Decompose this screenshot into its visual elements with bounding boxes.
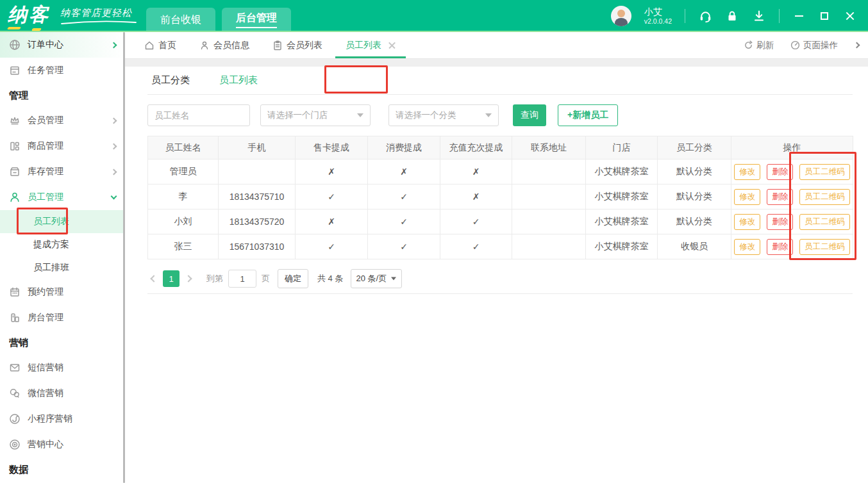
cell-address [512, 234, 586, 259]
cell-name: 李 [148, 184, 219, 209]
cell-category: 默认分类 [658, 209, 731, 234]
sidebar-item-miniprogram-marketing[interactable]: 小程序营销 [0, 406, 125, 432]
goto-page-input[interactable] [228, 270, 256, 288]
tab-member-list[interactable]: 会员列表 [272, 32, 322, 58]
page-number-button[interactable]: 1 [163, 270, 179, 287]
edit-button[interactable]: 修改 [734, 214, 760, 230]
brand-logo: 纳客 [6, 2, 54, 31]
edit-button[interactable]: 修改 [734, 164, 760, 180]
mode-switcher: 前台收银 后台管理 [146, 8, 291, 32]
cell-category: 收银员 [658, 234, 731, 259]
customer-service-icon[interactable] [698, 9, 712, 23]
calendar-icon [9, 286, 21, 298]
sidebar-subitem-staff-list[interactable]: 员工列表 [0, 210, 125, 233]
refresh-button[interactable]: 刷新 [744, 40, 774, 51]
cell-store: 小艾棋牌茶室 [586, 209, 658, 234]
sidebar-item-marketing-center[interactable]: 营销中心 [0, 432, 125, 457]
subtab-staff-category[interactable]: 员工分类 [147, 67, 194, 94]
col-header-name: 员工姓名 [148, 136, 219, 160]
staff-qrcode-button[interactable]: 员工二维码 [799, 164, 850, 180]
dropdown-arrow-icon [485, 113, 492, 117]
table-row: 管理员 ✗ ✗ ✗ 小艾棋牌茶室 默认分类 修改 删除 员工二维码 [148, 160, 853, 184]
sidebar-item-reservation-manage[interactable]: 预约管理 [0, 279, 125, 305]
cell-name: 小刘 [148, 209, 219, 234]
page-size-select[interactable]: 20 条/页 [351, 269, 402, 288]
chevron-down-icon [111, 193, 117, 200]
search-button[interactable]: 查询 [513, 104, 546, 126]
maximize-button[interactable] [818, 10, 831, 22]
subtab-bar: 员工分类 员工列表 [147, 67, 853, 95]
sidebar-item-task-manage[interactable]: 任务管理 [0, 58, 125, 83]
backend-manage-button[interactable]: 后台管理 [222, 8, 291, 32]
tab-home[interactable]: 首页 [144, 32, 176, 58]
row-actions: 修改 删除 员工二维码 [731, 189, 853, 205]
avatar-head [617, 10, 625, 17]
prev-page-icon[interactable] [150, 275, 157, 282]
delete-button[interactable]: 删除 [767, 214, 793, 230]
sidebar-item-inventory-manage[interactable]: 库存管理 [0, 159, 125, 184]
user-avatar[interactable] [611, 6, 631, 26]
staff-name-input[interactable] [147, 104, 250, 126]
cell-recharge-flag: ✗ [440, 184, 512, 209]
cell-store: 小艾棋牌茶室 [586, 184, 658, 209]
tab-member-info[interactable]: 会员信息 [199, 32, 249, 58]
staff-qrcode-button[interactable]: 员工二维码 [799, 214, 850, 230]
sidebar-item-goods-manage[interactable]: 商品管理 [0, 133, 125, 159]
store-select[interactable]: 请选择一个门店 [260, 104, 371, 126]
staff-qrcode-button[interactable]: 员工二维码 [799, 239, 850, 255]
row-actions: 修改 删除 员工二维码 [731, 164, 853, 180]
sidebar-subitem-staff-schedule[interactable]: 员工排班 [0, 256, 125, 279]
tasks-icon [9, 65, 21, 76]
cell-category: 默认分类 [658, 184, 731, 209]
download-icon[interactable] [752, 9, 766, 23]
add-staff-button[interactable]: +新增员工 [558, 104, 618, 126]
top-header-bar: 纳客 纳客管店更轻松 前台收银 后台管理 [0, 0, 868, 32]
user-info: 小艾 v2.0.0.42 [644, 6, 672, 26]
close-tab-icon[interactable] [388, 42, 396, 49]
chevron-right-icon [111, 117, 117, 124]
page-operations-button[interactable]: 页面操作 [790, 40, 838, 51]
expand-right-icon[interactable] [854, 42, 860, 49]
sidebar-subitem-commission-plan[interactable]: 提成方案 [0, 233, 125, 256]
divider [779, 9, 780, 23]
sidebar-item-staff-manage[interactable]: 员工管理 [0, 184, 125, 210]
sidebar-section-marketing: 营销 [0, 331, 125, 355]
cell-sell-card-flag: ✓ [296, 184, 368, 209]
minimize-button[interactable] [792, 10, 805, 22]
col-header-consume: 消费提成 [368, 136, 440, 160]
col-header-recharge: 充值充次提成 [440, 136, 512, 160]
delete-button[interactable]: 删除 [767, 239, 793, 255]
content-panel: 员工分类 员工列表 请选择一个门店 请选择一个分类 查询 +新增员工 [125, 67, 868, 483]
category-select[interactable]: 请选择一个分类 [388, 104, 499, 126]
close-window-button[interactable] [844, 10, 856, 22]
confirm-page-button[interactable]: 确定 [278, 269, 308, 288]
dropdown-arrow-icon [357, 113, 363, 117]
sidebar-item-member-manage[interactable]: 会员管理 [0, 108, 125, 133]
cell-address [512, 160, 586, 184]
tab-staff-list[interactable]: 员工列表 [346, 32, 396, 58]
goods-icon [9, 140, 21, 152]
delete-button[interactable]: 删除 [767, 164, 793, 180]
minimize-icon [795, 15, 803, 17]
sidebar-item-room-table-manage[interactable]: 房台管理 [0, 305, 125, 331]
dropdown-arrow-icon [391, 277, 396, 281]
sidebar-item-sms-marketing[interactable]: 短信营销 [0, 355, 125, 381]
sidebar-item-order-center[interactable]: 订单中心 [0, 32, 125, 58]
edit-button[interactable]: 修改 [734, 239, 760, 255]
sidebar-item-wechat-marketing[interactable]: 微信营销 [0, 381, 125, 406]
sms-mail-icon [9, 362, 21, 373]
lock-icon[interactable] [725, 9, 739, 23]
wechat-icon [9, 388, 21, 399]
main-area: 首页 会员信息 会员列表 员工列表 [125, 32, 868, 483]
list-clipboard-icon [272, 40, 283, 51]
table-row: 李 18134375710 ✓ ✓ ✗ 小艾棋牌茶室 默认分类 修改 删除 员工… [148, 184, 853, 209]
subtab-staff-list[interactable]: 员工列表 [215, 67, 262, 94]
delete-button[interactable]: 删除 [767, 189, 793, 205]
logo-yellow-accent [31, 28, 42, 31]
front-cashier-button[interactable]: 前台收银 [146, 8, 215, 32]
edit-button[interactable]: 修改 [734, 189, 760, 205]
app-window: 纳客 纳客管店更轻松 前台收银 后台管理 [0, 0, 868, 483]
next-page-icon[interactable] [185, 275, 192, 282]
row-actions: 修改 删除 员工二维码 [731, 239, 853, 255]
staff-qrcode-button[interactable]: 员工二维码 [799, 189, 850, 205]
